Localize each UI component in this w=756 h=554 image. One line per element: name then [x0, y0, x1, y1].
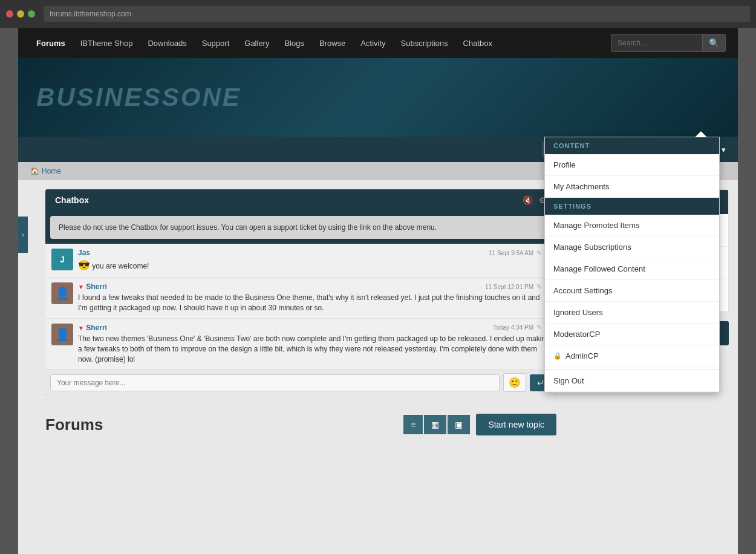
- dropdown-moderatorcp[interactable]: ModeratorCP: [545, 324, 719, 345]
- dropdown-manage-promoted[interactable]: Manage Promoted Items: [545, 215, 719, 236]
- dropdown-arrow: [695, 131, 707, 137]
- lock-icon: 🔒: [553, 352, 562, 360]
- dropdown-admincp[interactable]: 🔒 AdminCP: [545, 345, 719, 367]
- dropdown-sign-out[interactable]: Sign Out: [545, 370, 719, 392]
- dropdown-account-settings[interactable]: Account Settings: [545, 280, 719, 302]
- dropdown-my-attachments[interactable]: My Attachments: [545, 176, 719, 198]
- dropdown-profile[interactable]: Profile: [545, 154, 719, 176]
- content-section-header: CONTENT: [545, 137, 719, 154]
- user-dropdown-menu: CONTENT Profile My Attachments SETTINGS …: [544, 137, 720, 393]
- dropdown-manage-followed[interactable]: Manage Followed Content: [545, 258, 719, 280]
- dropdown-ignored-users[interactable]: Ignored Users: [545, 302, 719, 324]
- settings-section-header: SETTINGS: [545, 198, 719, 215]
- dropdown-manage-subscriptions[interactable]: Manage Subscriptions: [545, 236, 719, 258]
